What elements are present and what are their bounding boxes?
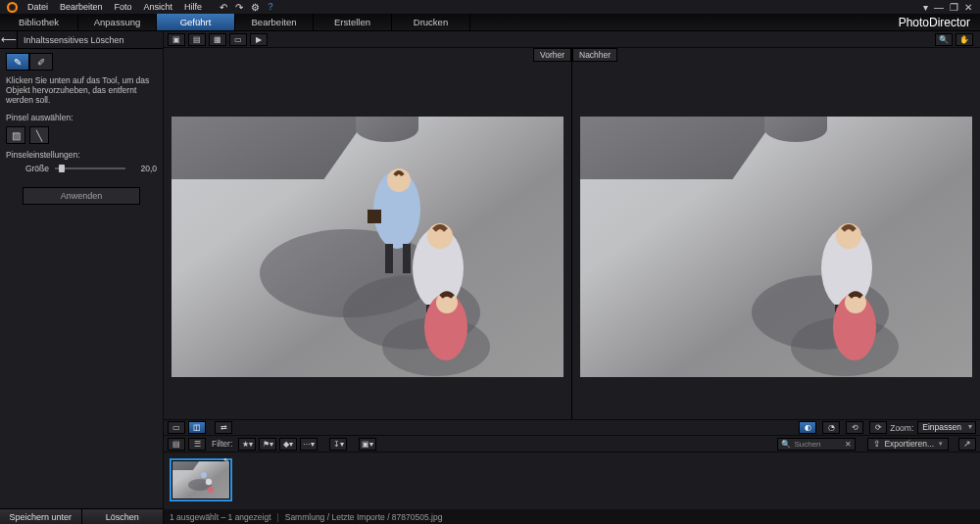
menu-edit[interactable]: Bearbeiten — [54, 2, 109, 12]
size-value: 20,0 — [131, 164, 157, 173]
share-icon[interactable]: ↗ — [958, 438, 976, 451]
tab-guided[interactable]: Geführt — [157, 14, 235, 30]
save-as-button[interactable]: Speichern unter — [0, 509, 82, 524]
undo-icon[interactable]: ↶ — [217, 1, 230, 13]
mask-icon[interactable]: ◔ — [822, 421, 840, 434]
compare-view: Vorher — [164, 48, 980, 419]
brush-tool-tab[interactable]: ✎ — [6, 53, 29, 71]
tab-create[interactable]: Erstellen — [314, 14, 392, 30]
rotate-left-icon[interactable]: ⟲ — [846, 421, 863, 434]
menu-help[interactable]: Hilfe — [178, 2, 208, 12]
view-slideshow-icon[interactable]: ▶ — [250, 33, 268, 46]
search-input[interactable]: 🔍 Suchen ✕ — [777, 438, 856, 451]
export-button[interactable]: ⇪ Exportieren... — [867, 438, 949, 451]
thumbs-mode-icon[interactable]: ▤ — [168, 438, 185, 451]
photo-people-after — [580, 117, 972, 377]
brush-paint-button[interactable]: ▨ — [6, 126, 25, 144]
svg-rect-5 — [385, 244, 393, 273]
size-slider[interactable] — [55, 165, 125, 172]
svg-rect-6 — [403, 244, 411, 273]
settings-icon[interactable]: ⚙ — [248, 1, 262, 13]
window-close-icon[interactable]: ✕ — [964, 2, 972, 13]
module-tabs: Bibliothek Anpassung Geführt Bearbeiten … — [0, 14, 980, 31]
brush-select-label: Pinsel auswählen: — [6, 113, 157, 122]
tab-adjustment[interactable]: Anpassung — [78, 14, 157, 30]
filter-label-icon[interactable]: ◆▾ — [279, 438, 297, 451]
size-label: Größe — [6, 164, 49, 173]
tab-print[interactable]: Drucken — [392, 14, 470, 30]
window-minimize-icon[interactable]: — — [934, 2, 944, 13]
brush-line-button[interactable]: ╲ — [29, 126, 49, 144]
export-label: Exportieren... — [884, 439, 934, 449]
compare-toolbar: ▭ ◫ ⇄ ◐ ◔ ⟲ ⟳ Zoom: Einpassen — [164, 419, 980, 436]
brand-label: PhotoDirector — [899, 14, 980, 30]
thumbnail-selected[interactable]: ✎ — [170, 458, 232, 501]
filter-rating-icon[interactable]: ★▾ — [238, 438, 256, 451]
tool-panel: ⟵ Inhaltssensitives Löschen ✎ ✐ Klicken … — [0, 31, 164, 524]
svg-point-25 — [208, 487, 214, 493]
export-icon: ⇪ — [873, 439, 881, 449]
window-maximize-icon[interactable]: ❐ — [950, 2, 958, 13]
delete-button[interactable]: Löschen — [82, 509, 164, 524]
filter-more-icon[interactable]: ⋯▾ — [300, 438, 318, 451]
tool-title: Inhaltssensitives Löschen — [18, 35, 124, 45]
layout-single-icon[interactable]: ▭ — [168, 421, 185, 434]
window-shrink-icon[interactable]: ▾ — [923, 2, 928, 13]
eraser-tool-tab[interactable]: ✐ — [29, 53, 53, 71]
filter-flag-icon[interactable]: ⚑▾ — [259, 438, 276, 451]
stack-icon[interactable]: ▣▾ — [359, 438, 376, 451]
histogram-icon[interactable]: ◐ — [799, 421, 816, 434]
window-controls: ▾ — ❐ ✕ — [923, 2, 978, 13]
menu-view[interactable]: Ansicht — [138, 2, 179, 12]
menu-bar: Datei Bearbeiten Foto Ansicht Hilfe ↶ ↷ … — [0, 0, 980, 14]
before-image[interactable] — [172, 117, 564, 377]
search-placeholder: Suchen — [794, 440, 820, 449]
tool-hint: Klicken Sie unten auf das Tool, um das O… — [6, 76, 157, 105]
redo-icon[interactable]: ↷ — [232, 1, 246, 13]
layout-swap-icon[interactable]: ⇄ — [215, 421, 232, 434]
before-label: Vorher — [533, 48, 571, 62]
view-toolbar: ▣ ▤ ▦ ▭ ▶ 🔍 ✋ — [164, 31, 980, 48]
view-dual-icon[interactable]: ▭ — [229, 33, 247, 46]
view-single-icon[interactable]: ▣ — [168, 33, 185, 46]
after-image[interactable] — [580, 117, 972, 377]
tab-library[interactable]: Bibliothek — [0, 14, 78, 30]
question-icon[interactable]: ？ — [264, 1, 277, 13]
clear-search-icon[interactable]: ✕ — [845, 440, 852, 449]
search-icon: 🔍 — [781, 440, 791, 449]
tab-edit[interactable]: Bearbeiten — [235, 14, 314, 30]
status-selection: 1 ausgewählt – 1 angezeigt — [170, 512, 271, 522]
pan-icon[interactable]: ✋ — [956, 33, 973, 46]
after-label: Nachher — [572, 48, 617, 62]
view-image-icon[interactable]: ▤ — [188, 33, 206, 46]
layout-split-icon[interactable]: ◫ — [188, 421, 206, 434]
svg-point-24 — [206, 479, 212, 485]
rotate-right-icon[interactable]: ⟳ — [869, 421, 887, 434]
filmstrip: ✎ — [164, 453, 980, 509]
svg-rect-7 — [368, 210, 381, 223]
svg-point-23 — [201, 472, 207, 478]
back-icon[interactable]: ⟵ — [0, 31, 18, 49]
status-path: Sammlung / Letzte Importe / 87870505.jpg — [285, 512, 443, 522]
apply-button[interactable]: Anwenden — [23, 187, 140, 205]
view-grid-icon[interactable]: ▦ — [209, 33, 226, 46]
menu-photo[interactable]: Foto — [109, 2, 138, 12]
status-bar: 1 ausgewählt – 1 angezeigt | Sammlung / … — [164, 509, 980, 524]
zoom-select[interactable]: Einpassen — [917, 421, 976, 434]
filter-toolbar: ▤ ☰ Filter: ★▾ ⚑▾ ◆▾ ⋯▾ ↧▾ ▣▾ 🔍 Suchen ✕… — [164, 436, 980, 453]
list-mode-icon[interactable]: ☰ — [188, 438, 206, 451]
sort-icon[interactable]: ↧▾ — [329, 438, 347, 451]
zoom-label: Zoom: — [890, 423, 913, 433]
brush-settings-label: Pinseleinstellungen: — [6, 150, 157, 160]
menu-file[interactable]: Datei — [22, 2, 54, 12]
photo-people — [172, 117, 564, 377]
app-logo — [2, 0, 22, 14]
filter-label: Filter: — [212, 439, 232, 449]
magnifier-icon[interactable]: 🔍 — [935, 33, 953, 46]
